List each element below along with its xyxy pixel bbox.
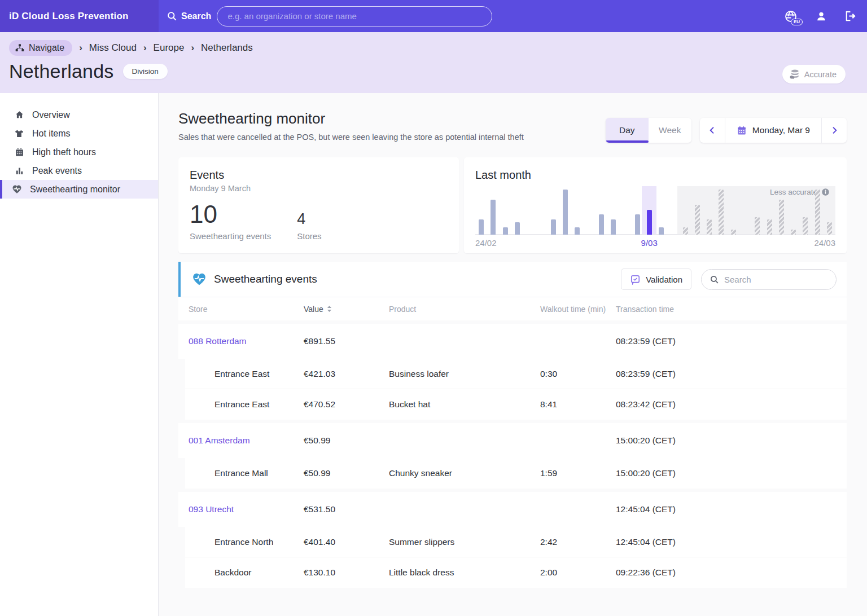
chart-bar	[755, 217, 760, 235]
validation-button[interactable]: Validation	[621, 269, 691, 290]
store-link[interactable]: 093 Utrecht	[189, 504, 234, 514]
chart-bar	[551, 219, 556, 235]
chart-day-20-03[interactable]	[776, 186, 787, 235]
chart-day-28-02[interactable]	[523, 186, 535, 235]
store-group-row[interactable]: 088 Rotterdam€891.5508:23:59 (CET)	[178, 324, 847, 359]
events-count-label: Sweethearting events	[190, 231, 271, 241]
chart-day-23-03[interactable]	[811, 186, 823, 235]
transaction-time-cell: 15:00:20 (CET)	[616, 435, 847, 446]
chart-day-26-02[interactable]	[500, 186, 511, 235]
chart-day-25-02[interactable]	[487, 186, 499, 235]
heart-pulse-icon	[12, 184, 22, 194]
chart-day-05-03[interactable]	[595, 186, 607, 235]
eu-badge: EU	[791, 19, 803, 25]
walkout-time-cell: 2:42	[540, 537, 616, 547]
product-cell: Little black dress	[389, 567, 540, 578]
chart-day-03-03[interactable]	[571, 186, 583, 235]
chart-x-axis: 24/02 9/03 24/03	[475, 238, 835, 250]
event-row[interactable]: Entrance North€401.40Summer slippers2:42…	[185, 527, 847, 557]
event-row[interactable]: Entrance Mall€50.99Chunky sneaker1:5915:…	[185, 458, 847, 489]
search-icon	[167, 11, 177, 21]
store-link[interactable]: 088 Rotterdam	[189, 336, 247, 346]
axis-tick-end: 24/03	[814, 238, 835, 248]
store-group-row[interactable]: 001 Amsterdam€50.9915:00:20 (CET)	[178, 423, 847, 458]
event-row[interactable]: Entrance East€470.52Bucket hat8:4108:23:…	[185, 389, 847, 420]
breadcrumb-item[interactable]: Netherlands	[201, 42, 253, 54]
chart-day-11-03[interactable]	[667, 186, 679, 235]
chart-day-29-02[interactable]	[535, 186, 547, 235]
chart-day-14-03[interactable]	[703, 186, 715, 235]
sidebar-item-sweethearting-monitor[interactable]: Sweethearting monitor	[0, 180, 158, 199]
chart-day-15-03[interactable]	[715, 186, 727, 235]
chart-day-10-03[interactable]	[655, 186, 667, 235]
chart-bar	[707, 219, 712, 235]
value-cell: €891.55	[304, 336, 389, 346]
period-option-day[interactable]: Day	[606, 118, 649, 143]
previous-day-button[interactable]	[700, 118, 725, 143]
next-day-button[interactable]	[822, 118, 847, 143]
event-row[interactable]: Entrance East€421.03Business loafer0:300…	[185, 359, 847, 389]
chart-day-27-02[interactable]	[511, 186, 523, 235]
validation-label: Validation	[646, 275, 682, 284]
sidebar-item-overview[interactable]: Overview	[0, 105, 158, 124]
sidebar-item-high-theft-hours[interactable]: High theft hours	[0, 143, 158, 161]
walkout-time-cell: 0:30	[540, 369, 616, 379]
chart-day-12-03[interactable]	[680, 186, 691, 235]
chart-day-21-03[interactable]	[787, 186, 799, 235]
store-cell: 093 Utrecht	[178, 504, 304, 514]
event-row[interactable]: Backdoor€130.10Little black dress2:0009:…	[185, 557, 847, 588]
chart-bar	[575, 227, 580, 235]
chevron-left-icon	[708, 126, 717, 135]
chart-bar	[683, 227, 688, 235]
chart-day-04-03[interactable]	[583, 186, 595, 235]
region-globe-icon[interactable]: EU	[781, 9, 800, 24]
sidebar-item-hot-items[interactable]: Hot items	[0, 124, 158, 143]
navigate-label: Navigate	[29, 43, 64, 53]
chart-day-06-03[interactable]	[607, 186, 619, 235]
logout-icon[interactable]	[842, 9, 857, 24]
breadcrumb-item[interactable]: Europe	[154, 42, 185, 54]
chart-bar	[695, 205, 700, 235]
chart-day-19-03[interactable]	[763, 186, 775, 235]
chart-day-09-03[interactable]	[643, 186, 655, 235]
chart-day-16-03[interactable]	[728, 186, 739, 235]
chart-day-24-02[interactable]	[475, 186, 487, 235]
value-cell: €421.03	[304, 369, 389, 379]
period-option-week[interactable]: Week	[649, 118, 691, 143]
date-label: Monday, Mar 9	[752, 125, 810, 135]
breadcrumb-item[interactable]: Miss Cloud	[89, 42, 137, 54]
store-link[interactable]: 001 Amsterdam	[189, 435, 250, 445]
user-icon[interactable]	[814, 9, 829, 24]
bar-chart-icon	[14, 166, 24, 175]
accuracy-indicator[interactable]: Accurate	[782, 65, 846, 83]
sidebar-item-peak-events[interactable]: Peak events	[0, 161, 158, 180]
navigate-button[interactable]: Navigate	[9, 40, 72, 56]
store-group-row[interactable]: 093 Utrecht€531.5012:45:04 (CET)	[178, 492, 847, 527]
breadcrumb-items: ›Miss Cloud›Europe›Netherlands	[78, 42, 253, 54]
chart-bar	[779, 200, 784, 235]
store-cell: 001 Amsterdam	[178, 435, 304, 446]
table-search-input[interactable]	[724, 275, 828, 284]
breadcrumb-chevron-icon: ›	[191, 42, 194, 54]
chart-day-24-03[interactable]	[824, 186, 835, 235]
column-header-value[interactable]: Value	[304, 305, 389, 314]
global-search: Search	[167, 6, 492, 27]
section-subtitle: Sales that were cancelled at the POS, bu…	[178, 133, 524, 142]
walkout-time-cell: 8:41	[540, 399, 616, 410]
product-cell: Bucket hat	[389, 399, 540, 410]
chart-day-01-03[interactable]	[548, 186, 559, 235]
chart-day-02-03[interactable]	[559, 186, 571, 235]
chart-day-13-03[interactable]	[691, 186, 703, 235]
date-picker[interactable]: Monday, Mar 9	[725, 118, 822, 143]
transaction-time-cell: 12:45:04 (CET)	[616, 504, 847, 514]
chart-bar	[479, 219, 484, 235]
events-count-value: 10	[190, 202, 271, 227]
sidebar: OverviewHot itemsHigh theft hoursPeak ev…	[0, 93, 159, 616]
chart-day-18-03[interactable]	[751, 186, 763, 235]
axis-tick-selected[interactable]: 9/03	[641, 238, 658, 248]
transaction-time-cell: 08:23:42 (CET)	[616, 399, 847, 410]
chart-day-17-03[interactable]	[739, 186, 751, 235]
global-search-input[interactable]	[217, 6, 492, 27]
chart-day-22-03[interactable]	[799, 186, 811, 235]
chart-day-07-03[interactable]	[619, 186, 631, 235]
